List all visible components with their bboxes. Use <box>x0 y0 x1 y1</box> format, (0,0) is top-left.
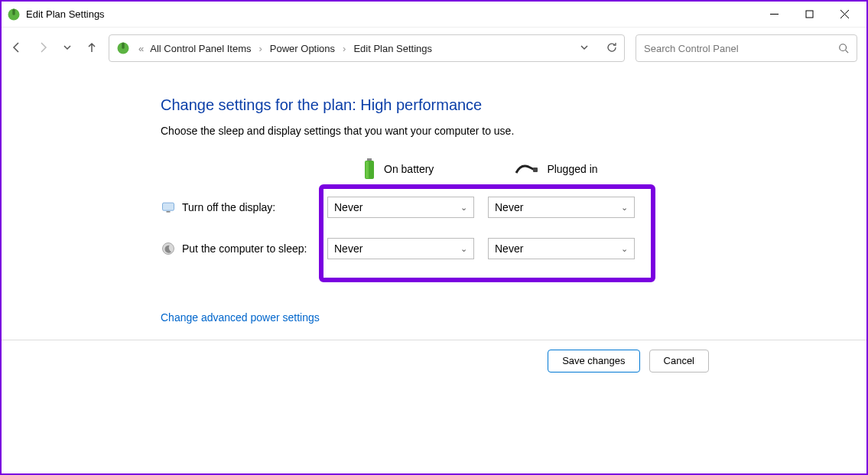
advanced-settings-link[interactable]: Change advanced power settings <box>161 311 320 324</box>
svg-rect-12 <box>366 161 369 178</box>
page-subtext: Choose the sleep and display settings th… <box>161 125 866 137</box>
cancel-button[interactable]: Cancel <box>649 350 709 373</box>
power-icon <box>115 41 131 56</box>
save-button[interactable]: Save changes <box>548 350 639 373</box>
breadcrumb-item-3[interactable]: Edit Plan Settings <box>353 43 432 54</box>
sleep-battery-value: Never <box>334 242 362 255</box>
search-icon <box>838 43 849 54</box>
window-controls <box>756 3 862 26</box>
display-battery-value: Never <box>334 201 362 213</box>
svg-rect-1 <box>12 8 15 15</box>
breadcrumb-prefix-icon: « <box>138 43 144 54</box>
battery-icon <box>362 158 376 180</box>
breadcrumb-item-2[interactable]: Power Options <box>270 43 335 54</box>
display-plugged-value: Never <box>495 201 523 213</box>
minimize-button[interactable] <box>756 3 792 26</box>
column-headers: On battery Plugged in <box>362 158 866 180</box>
column-battery-label: On battery <box>384 163 434 175</box>
search-input[interactable] <box>644 43 838 54</box>
row-sleep: Put the computer to sleep: Never ⌄ Never… <box>161 238 866 259</box>
column-battery: On battery <box>362 158 434 180</box>
breadcrumb-item-1[interactable]: All Control Panel Items <box>150 43 251 54</box>
svg-line-9 <box>846 50 849 54</box>
forward-button[interactable] <box>37 41 49 56</box>
sleep-icon <box>161 241 176 256</box>
refresh-button[interactable] <box>606 41 618 56</box>
svg-rect-15 <box>167 211 171 213</box>
close-button[interactable] <box>827 3 862 26</box>
back-button[interactable] <box>11 41 23 56</box>
maximize-button[interactable] <box>792 3 827 26</box>
display-plugged-select[interactable]: Never ⌄ <box>488 197 635 218</box>
search-box[interactable] <box>636 34 857 62</box>
svg-rect-13 <box>533 168 538 172</box>
window-title: Edit Plan Settings <box>26 8 105 20</box>
display-icon <box>161 200 176 215</box>
footer-buttons: Save changes Cancel <box>2 340 866 381</box>
svg-rect-14 <box>163 203 174 210</box>
sleep-plugged-select[interactable]: Never ⌄ <box>488 238 635 259</box>
svg-rect-3 <box>806 11 813 18</box>
svg-point-8 <box>840 44 847 51</box>
chevron-down-icon: ⌄ <box>621 244 628 254</box>
app-icon <box>6 7 21 22</box>
content-area: Change settings for the plan: High perfo… <box>2 69 866 324</box>
plug-icon <box>515 162 539 176</box>
row-display-label: Turn off the display: <box>182 201 327 213</box>
chevron-down-icon: ⌄ <box>460 244 467 254</box>
row-display: Turn off the display: Never ⌄ Never ⌄ <box>161 197 866 218</box>
chevron-down-icon: ⌄ <box>460 203 467 213</box>
svg-rect-7 <box>122 43 124 49</box>
row-sleep-label: Put the computer to sleep: <box>182 242 327 255</box>
display-battery-select[interactable]: Never ⌄ <box>327 197 474 218</box>
address-dropdown[interactable] <box>580 43 589 54</box>
column-plugged: Plugged in <box>515 162 597 176</box>
page-title: Change settings for the plan: High perfo… <box>161 96 866 114</box>
sleep-plugged-value: Never <box>495 242 523 255</box>
titlebar: Edit Plan Settings <box>2 2 866 28</box>
svg-rect-10 <box>367 158 372 161</box>
chevron-down-icon: ⌄ <box>621 203 628 213</box>
up-button[interactable] <box>86 41 98 56</box>
column-plugged-label: Plugged in <box>547 163 597 175</box>
chevron-right-icon: › <box>343 43 346 54</box>
sleep-battery-select[interactable]: Never ⌄ <box>327 238 474 259</box>
toolbar: « All Control Panel Items › Power Option… <box>2 28 866 69</box>
chevron-right-icon: › <box>258 43 262 54</box>
address-bar[interactable]: « All Control Panel Items › Power Option… <box>109 34 625 62</box>
recent-dropdown[interactable] <box>63 43 72 54</box>
